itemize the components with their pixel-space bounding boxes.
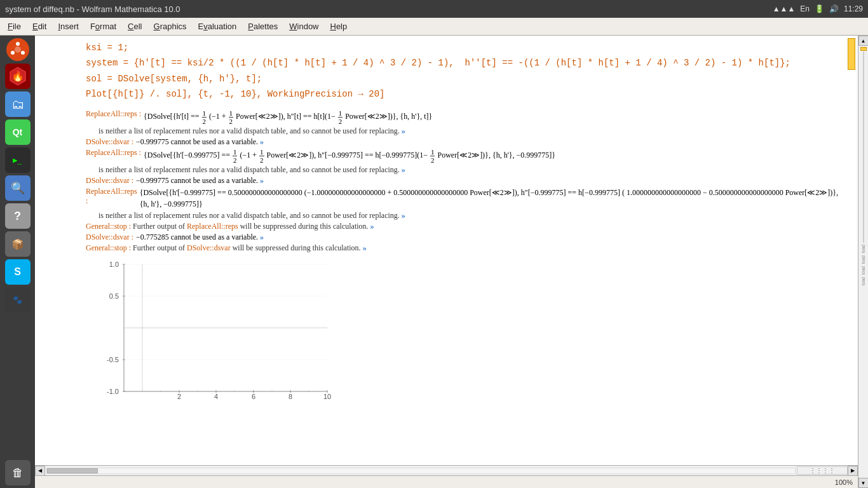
notebook-content[interactable]: ksi = 1; system = {h'[t] == ksi/2 * ((1 … [35, 36, 858, 465]
dsvar-text-1: −0.999775 cannot be used as a variable. … [136, 137, 264, 147]
message-replaceall-1: ReplaceAll::reps : {DSolve[{h'[t] == 12 … [86, 109, 848, 125]
dsvar-link-2[interactable]: » [260, 176, 264, 185]
horizontal-scrollbar[interactable]: ◀ ⋮⋮⋮⋮ ▶ [35, 465, 858, 475]
input-cell-4: Plot[{h[t]} /. sol], {t, -1, 10}, Workin… [86, 87, 848, 101]
menu-cell[interactable]: Cell [123, 20, 147, 33]
svg-text:4: 4 [214, 393, 218, 400]
dsvar-text-2: −0.999775 cannot be used as a variable. … [136, 176, 264, 186]
message-text-1: is neither a list of replacement rules n… [98, 126, 848, 136]
vertical-scrollbar[interactable]: ▲ load load load load ▼ [858, 36, 868, 488]
sidebar-icon-help[interactable]: ? [5, 203, 31, 229]
error-label-3: ReplaceAll::reps : [86, 187, 137, 206]
plot-area: 2 4 6 8 10 1.0 0.5 [98, 258, 340, 404]
sound-icon: 🔊 [829, 4, 839, 13]
sidebar-icon-skype[interactable]: S [5, 259, 31, 285]
svg-text:1.0: 1.0 [109, 261, 119, 268]
input-cell-3: sol = DSolve[system, {h, h'}, t]; [86, 72, 848, 86]
svg-text:0.5: 0.5 [109, 292, 119, 300]
sidebar-icon-mathematica[interactable]: 🔥 [5, 64, 31, 89]
svg-point-2 [21, 51, 25, 55]
scroll-left-button[interactable]: ◀ [35, 466, 45, 476]
load-label-1: load [861, 245, 865, 253]
titlebar-left: system of diffeq.nb - Wolfram Mathematic… [5, 4, 180, 14]
message-link-2[interactable]: » [402, 165, 405, 174]
dsvar-link-3[interactable]: » [260, 233, 264, 241]
menu-palettes[interactable]: Palettes [243, 20, 283, 33]
zoom-level: 100% [835, 478, 853, 486]
main-layout: 🔥 🗂 Qt ▶_ 🔍 ? 📦 S 🐾 🗑 ksi = 1; system = … [0, 36, 868, 488]
svg-point-3 [11, 51, 15, 55]
notebook: ksi = 1; system = {h'[t] == ksi/2 * ((1 … [35, 36, 858, 488]
math-expr-2: {DSolve[{h'[−0.999775] == 12 (−1 + 12 Po… [144, 148, 555, 164]
input-cell-1: ksi = 1; [86, 41, 848, 55]
gs-ref-2[interactable]: DSolve::dsvar [187, 243, 231, 252]
message-replaceall-2: ReplaceAll::reps : {DSolve[{h'[−0.999775… [86, 148, 848, 164]
menu-evaluation[interactable]: Evaluation [193, 20, 242, 33]
dsvar-label-2: DSolve::dsvar : [86, 176, 133, 186]
svg-rect-7 [98, 258, 340, 404]
scroll-down-button[interactable]: ▼ [858, 478, 869, 488]
message-dsvar-2: DSolve::dsvar : −0.999775 cannot be used… [86, 176, 848, 186]
message-text-2: is neither a list of replacement rules n… [98, 165, 848, 175]
message-text-3: is neither a list of replacement rules n… [98, 211, 848, 220]
hscroll-thumb[interactable] [47, 468, 98, 473]
gs-ref-1[interactable]: ReplaceAll::reps [187, 222, 238, 231]
svg-point-4 [15, 46, 21, 53]
sidebar-icon-archive[interactable]: 📦 [5, 231, 31, 257]
svg-text:2: 2 [177, 393, 181, 400]
scroll-right-button[interactable]: ▶ [848, 466, 858, 476]
menu-graphics[interactable]: Graphics [149, 20, 192, 33]
scroll-up-button[interactable]: ▲ [858, 36, 869, 46]
svg-text:10: 10 [323, 393, 331, 400]
titlebar: system of diffeq.nb - Wolfram Mathematic… [0, 0, 868, 18]
dsvar-label-1: DSolve::dsvar : [86, 137, 133, 147]
scroll-position-indicator: ⋮⋮⋮⋮ [797, 466, 848, 475]
message-generalstop-1: General::stop : Further output of Replac… [86, 222, 848, 231]
sidebar-icon-search[interactable]: 🔍 [5, 175, 31, 201]
message-dsvar-3: DSolve::dsvar : −0.775285 cannot be used… [86, 233, 848, 242]
cell-marker-1 [860, 47, 867, 51]
menu-window[interactable]: Window [284, 20, 323, 33]
dsvar-label-3: DSolve::dsvar : [86, 233, 133, 242]
gs-link-1[interactable]: » [370, 222, 374, 231]
sidebar-icon-gimp[interactable]: 🐾 [5, 287, 31, 313]
sidebar-icon-ubuntu[interactable] [6, 38, 29, 61]
message-replaceall-3: ReplaceAll::reps : {DSolve[{h'[−0.999775… [86, 187, 848, 210]
menu-file[interactable]: File [3, 20, 26, 33]
math-expr-3: {DSolve[{h'[−0.999775] == 0.500000000000… [140, 187, 848, 210]
battery-icon: 🔋 [815, 4, 824, 13]
menu-insert[interactable]: Insert [53, 20, 84, 33]
svg-text:🔥: 🔥 [11, 70, 24, 82]
input-cell-2: system = {h'[t] == ksi/2 * ((1 / (h[t] *… [86, 56, 848, 70]
menu-edit[interactable]: Edit [27, 20, 51, 33]
error-label-1: ReplaceAll::reps : [86, 109, 141, 119]
gs-link-2[interactable]: » [363, 243, 367, 252]
menubar: File Edit Insert Format Cell Graphics Ev… [0, 18, 868, 36]
gs-label-2: General::stop : [86, 243, 133, 252]
sidebar-icon-qt[interactable]: Qt [5, 119, 31, 145]
error-label-2: ReplaceAll::reps : [86, 148, 141, 158]
svg-text:-1.0: -1.0 [107, 388, 119, 395]
statusbar: 100% [35, 475, 858, 488]
menu-help[interactable]: Help [325, 20, 353, 33]
message-link-3[interactable]: » [402, 211, 405, 220]
load-label-2: load [861, 255, 865, 264]
vscroll-track [863, 51, 864, 243]
svg-text:6: 6 [252, 393, 255, 400]
sidebar-icon-trash[interactable]: 🗑 [5, 460, 31, 485]
sidebar-icon-files[interactable]: 🗂 [5, 92, 31, 117]
message-generalstop-2: General::stop : Further output of DSolve… [86, 243, 848, 253]
dsvar-link-1[interactable]: » [260, 137, 264, 146]
sidebar: 🔥 🗂 Qt ▶_ 🔍 ? 📦 S 🐾 🗑 [0, 36, 35, 488]
lang-indicator: En [800, 4, 810, 13]
message-link-1[interactable]: » [402, 126, 405, 135]
dsvar-text-3: −0.775285 cannot be used as a variable. … [136, 233, 264, 242]
load-label-4: load [861, 277, 865, 285]
sidebar-icon-terminal[interactable]: ▶_ [5, 147, 31, 173]
menu-format[interactable]: Format [85, 20, 121, 33]
message-dsvar-1: DSolve::dsvar : −0.999775 cannot be used… [86, 137, 848, 147]
svg-text:-0.5: -0.5 [107, 356, 119, 363]
load-label-3: load [861, 266, 865, 274]
clock: 11:29 [844, 4, 863, 13]
hscroll-track[interactable] [46, 468, 796, 474]
